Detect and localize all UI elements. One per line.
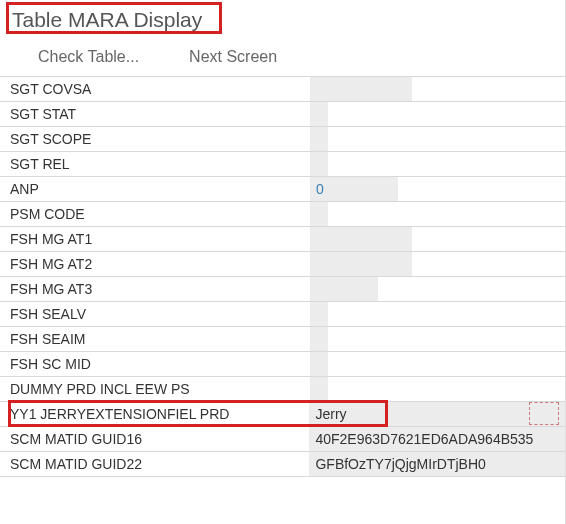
field-label: SGT REL [0,152,310,176]
table-row: FSH MG AT1 [0,227,565,252]
field-value[interactable]: 40F2E963D7621ED6ADA964B535 [309,427,565,451]
field-label: YY1 JERRYEXTENSIONFIEL PRD [0,402,309,426]
field-label: PSM CODE [0,202,310,226]
table-row: FSH SC MID [0,352,565,377]
field-value[interactable] [310,127,328,151]
field-value[interactable]: 0 [310,177,398,201]
table-row: FSH SEAIM [0,327,565,352]
field-label: FSH MG AT3 [0,277,310,301]
table-row: ANP0 [0,177,565,202]
field-value[interactable] [310,302,328,326]
field-rows-container: SGT COVSASGT STATSGT SCOPESGT RELANP0PSM… [0,76,565,477]
page-title: Table MARA Display [0,0,565,38]
field-value[interactable] [310,377,328,401]
field-value[interactable] [310,77,412,101]
table-row: SCM MATID GUID22GFBfOzTY7jQjgMIrDTjBH0 [0,452,565,477]
table-row: FSH MG AT2 [0,252,565,277]
field-label: FSH SEALV [0,302,310,326]
check-table-button[interactable]: Check Table... [38,48,139,66]
field-label: SCM MATID GUID22 [0,452,309,476]
field-value[interactable] [310,102,328,126]
table-row: YY1 JERRYEXTENSIONFIEL PRDJerry [0,402,565,427]
field-label: SGT STAT [0,102,310,126]
field-label: FSH SC MID [0,352,310,376]
field-value[interactable] [310,202,328,226]
field-value[interactable]: GFBfOzTY7jQjgMIrDTjBH0 [309,452,565,476]
table-row: SGT REL [0,152,565,177]
table-row: SGT STAT [0,102,565,127]
table-row: SCM MATID GUID1640F2E963D7621ED6ADA964B5… [0,427,565,452]
field-value[interactable]: Jerry [309,402,565,426]
field-value[interactable] [310,227,412,251]
field-label: SCM MATID GUID16 [0,427,309,451]
field-label: ANP [0,177,310,201]
table-row: SGT COVSA [0,77,565,102]
field-label: FSH MG AT2 [0,252,310,276]
field-label: SGT SCOPE [0,127,310,151]
field-label: FSH MG AT1 [0,227,310,251]
table-row: FSH SEALV [0,302,565,327]
field-value[interactable] [310,252,412,276]
field-value[interactable] [310,352,328,376]
field-label: DUMMY PRD INCL EEW PS [0,377,310,401]
next-screen-button[interactable]: Next Screen [189,48,277,66]
field-label: SGT COVSA [0,77,310,101]
toolbar: Check Table... Next Screen [0,38,565,76]
field-value[interactable] [310,152,328,176]
field-value[interactable] [310,327,328,351]
table-row: DUMMY PRD INCL EEW PS [0,377,565,402]
table-row: PSM CODE [0,202,565,227]
field-value[interactable] [310,277,378,301]
field-label: FSH SEAIM [0,327,310,351]
table-row: FSH MG AT3 [0,277,565,302]
table-row: SGT SCOPE [0,127,565,152]
